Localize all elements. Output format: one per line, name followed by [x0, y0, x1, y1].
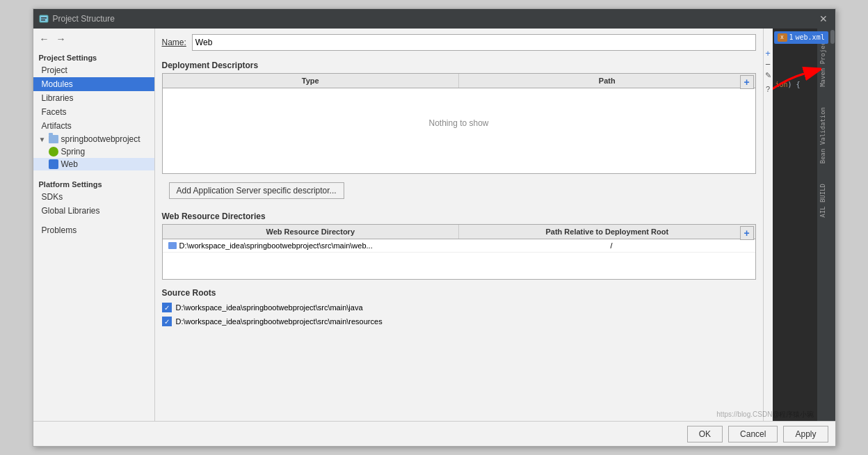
web-resource-path-cell: / [611, 241, 750, 250]
sidebar-item-facets[interactable]: Facets [33, 105, 154, 119]
web-resource-header: Web Resource Directory Path Relative to … [163, 225, 755, 239]
apply-button[interactable]: Apply [783, 426, 828, 442]
sidebar-item-global-libraries[interactable]: Global Libraries [33, 204, 154, 218]
project-label: Project [42, 65, 67, 75]
back-button[interactable]: ← [38, 32, 51, 46]
ok-button[interactable]: OK [687, 426, 723, 442]
spring-label: Spring [61, 147, 86, 157]
source-root-resources[interactable]: D:\workspace_idea\springbootwebproject\s… [155, 314, 763, 328]
web-resource-dir-cell: D:\workspace_idea\springbootwebproject\s… [168, 241, 611, 250]
table-header: Type Path [163, 74, 755, 88]
sidebar-item-artifacts[interactable]: Artifacts [33, 119, 154, 133]
tree-spring[interactable]: Spring [33, 145, 154, 158]
bean-validation-tab[interactable]: Bean Validation [818, 104, 828, 166]
vertical-tabs: Maven Projects Bean Validation AIL BUILD [817, 29, 830, 421]
project-settings-label: Project Settings [33, 49, 154, 63]
platform-settings: Platform Settings SDKs Global Libraries [33, 176, 154, 218]
xml-badge-label: web.xml [796, 33, 825, 42]
add-descriptor-btn[interactable]: Add Application Server specific descript… [169, 182, 344, 199]
problems-section: Problems [33, 223, 154, 237]
problems-label: Problems [42, 225, 77, 235]
close-button[interactable]: ✕ [817, 13, 830, 25]
expand-icon: ▼ [39, 136, 46, 143]
sidebar-item-libraries[interactable]: Libraries [33, 91, 154, 105]
xml-badge-number: 1 [789, 33, 794, 42]
forward-button[interactable]: → [54, 32, 68, 46]
table-side-buttons: + − ✎ ? [763, 29, 773, 421]
dialog-icon [39, 14, 49, 24]
web-resource-label: Web Resource Directories [155, 207, 763, 224]
name-row: Name: [155, 29, 763, 56]
libraries-label: Libraries [42, 93, 74, 103]
table-remove-btn[interactable]: − [763, 59, 773, 69]
web-resource-dir-value: D:\workspace_idea\springbootwebproject\s… [179, 241, 373, 250]
dialog-body: ← → Project Settings Project Modules Lib… [33, 29, 835, 421]
facets-label: Facets [42, 107, 67, 117]
modules-label: Modules [42, 79, 73, 89]
dir-icon [168, 242, 177, 249]
web-resource-dir-col: Web Resource Directory [163, 225, 460, 239]
sidebar-item-problems[interactable]: Problems [33, 223, 154, 237]
java-checkbox[interactable] [162, 303, 172, 312]
deployment-descriptors-table: Type Path Nothing to show + [162, 73, 756, 174]
path-col-header: Path [459, 74, 755, 88]
web-resource-table: Web Resource Directory Path Relative to … [162, 224, 756, 280]
table-add-btn[interactable]: + [763, 48, 773, 58]
add-descriptor-icon-btn[interactable]: + [740, 75, 754, 89]
tree-root[interactable]: ▼ springbootwebproject [33, 133, 154, 145]
spring-icon [49, 147, 58, 157]
svg-rect-0 [40, 15, 48, 22]
nothing-to-show: Nothing to show [163, 88, 755, 158]
table-edit-btn[interactable]: ✎ [763, 70, 773, 80]
ide-background: x 1 web.xml ion) { [773, 29, 835, 421]
svg-rect-1 [41, 17, 47, 19]
xml-badge[interactable]: x 1 web.xml [774, 31, 828, 44]
global-libraries-label: Global Libraries [42, 206, 100, 216]
web-icon [49, 159, 58, 169]
deployment-descriptors-label: Deployment Descriptors [155, 56, 763, 73]
title-bar-left: Project Structure [39, 14, 115, 24]
platform-settings-label: Platform Settings [33, 176, 154, 190]
source-roots-section: Source Roots D:\workspace_idea\springboo… [155, 284, 763, 328]
path-relative-col: Path Relative to Deployment Root [459, 225, 755, 239]
source-root-java[interactable]: D:\workspace_idea\springbootwebproject\s… [155, 301, 763, 314]
cancel-button[interactable]: Cancel [728, 426, 778, 442]
scrollbar-track[interactable] [830, 29, 835, 421]
scrollbar-thumb[interactable] [830, 30, 835, 44]
type-col-header: Type [163, 74, 460, 88]
resources-checkbox[interactable] [162, 317, 172, 326]
folder-icon [49, 135, 58, 143]
resources-path: D:\workspace_idea\springbootwebproject\s… [176, 317, 383, 326]
descriptor-btn-container: Add Application Server specific descript… [155, 174, 763, 207]
sidebar-item-sdks[interactable]: SDKs [33, 190, 154, 204]
web-resource-row-0[interactable]: D:\workspace_idea\springbootwebproject\s… [163, 239, 755, 253]
sidebar-item-modules[interactable]: Modules [33, 77, 154, 91]
svg-rect-2 [41, 19, 45, 21]
dialog-footer: https://blog.CSDN@程序猿小琬 OK Cancel Apply [33, 421, 835, 446]
ail-build-tab[interactable]: AIL BUILD [818, 181, 828, 221]
name-input[interactable] [192, 34, 756, 51]
sidebar: ← → Project Settings Project Modules Lib… [33, 29, 155, 421]
add-web-resource-btn[interactable]: + [740, 226, 754, 240]
dialog-title: Project Structure [53, 14, 115, 24]
artifacts-label: Artifacts [42, 121, 72, 131]
tree-root-label: springbootwebproject [61, 134, 140, 144]
java-path: D:\workspace_idea\springbootwebproject\s… [176, 303, 363, 312]
tree-web[interactable]: Web [33, 158, 154, 170]
sdks-label: SDKs [42, 192, 63, 202]
xml-icon: x [778, 33, 787, 42]
project-structure-dialog: Project Structure ✕ ← → Project Settings… [33, 8, 836, 447]
main-content: Name: Deployment Descriptors Type Path N… [155, 29, 763, 421]
web-label: Web [61, 159, 78, 169]
name-label: Name: [162, 38, 186, 47]
title-bar: Project Structure ✕ [33, 9, 835, 29]
sidebar-item-project[interactable]: Project [33, 63, 154, 77]
sidebar-toolbar: ← → [33, 29, 154, 49]
source-roots-label: Source Roots [155, 284, 763, 301]
table-help-btn[interactable]: ? [763, 84, 773, 94]
